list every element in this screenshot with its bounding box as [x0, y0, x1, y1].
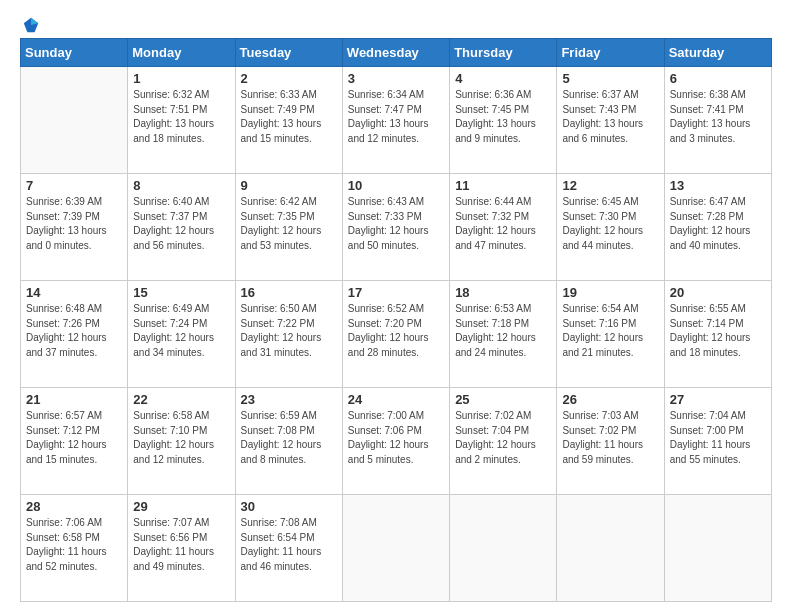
day-number: 24 [348, 392, 444, 407]
calendar-cell: 2Sunrise: 6:33 AM Sunset: 7:49 PM Daylig… [235, 67, 342, 174]
calendar-cell: 20Sunrise: 6:55 AM Sunset: 7:14 PM Dayli… [664, 281, 771, 388]
header [20, 16, 772, 30]
day-number: 23 [241, 392, 337, 407]
calendar-day-header: Friday [557, 39, 664, 67]
day-number: 19 [562, 285, 658, 300]
day-info: Sunrise: 6:53 AM Sunset: 7:18 PM Dayligh… [455, 302, 551, 360]
calendar-cell: 5Sunrise: 6:37 AM Sunset: 7:43 PM Daylig… [557, 67, 664, 174]
logo [20, 16, 40, 30]
day-number: 29 [133, 499, 229, 514]
calendar-day-header: Thursday [450, 39, 557, 67]
day-info: Sunrise: 6:43 AM Sunset: 7:33 PM Dayligh… [348, 195, 444, 253]
calendar-cell: 15Sunrise: 6:49 AM Sunset: 7:24 PM Dayli… [128, 281, 235, 388]
calendar-cell: 6Sunrise: 6:38 AM Sunset: 7:41 PM Daylig… [664, 67, 771, 174]
day-info: Sunrise: 7:04 AM Sunset: 7:00 PM Dayligh… [670, 409, 766, 467]
calendar-cell: 27Sunrise: 7:04 AM Sunset: 7:00 PM Dayli… [664, 388, 771, 495]
calendar-cell: 4Sunrise: 6:36 AM Sunset: 7:45 PM Daylig… [450, 67, 557, 174]
calendar-cell: 28Sunrise: 7:06 AM Sunset: 6:58 PM Dayli… [21, 495, 128, 602]
day-number: 8 [133, 178, 229, 193]
day-number: 28 [26, 499, 122, 514]
day-number: 22 [133, 392, 229, 407]
calendar-cell [664, 495, 771, 602]
day-info: Sunrise: 6:32 AM Sunset: 7:51 PM Dayligh… [133, 88, 229, 146]
day-number: 17 [348, 285, 444, 300]
calendar-cell [557, 495, 664, 602]
calendar-cell: 7Sunrise: 6:39 AM Sunset: 7:39 PM Daylig… [21, 174, 128, 281]
calendar-cell: 25Sunrise: 7:02 AM Sunset: 7:04 PM Dayli… [450, 388, 557, 495]
calendar-cell: 13Sunrise: 6:47 AM Sunset: 7:28 PM Dayli… [664, 174, 771, 281]
calendar-cell [342, 495, 449, 602]
day-number: 11 [455, 178, 551, 193]
calendar-cell: 10Sunrise: 6:43 AM Sunset: 7:33 PM Dayli… [342, 174, 449, 281]
day-number: 30 [241, 499, 337, 514]
calendar-cell: 3Sunrise: 6:34 AM Sunset: 7:47 PM Daylig… [342, 67, 449, 174]
day-info: Sunrise: 6:50 AM Sunset: 7:22 PM Dayligh… [241, 302, 337, 360]
day-info: Sunrise: 6:37 AM Sunset: 7:43 PM Dayligh… [562, 88, 658, 146]
day-info: Sunrise: 7:08 AM Sunset: 6:54 PM Dayligh… [241, 516, 337, 574]
calendar-cell: 16Sunrise: 6:50 AM Sunset: 7:22 PM Dayli… [235, 281, 342, 388]
day-info: Sunrise: 6:39 AM Sunset: 7:39 PM Dayligh… [26, 195, 122, 253]
calendar-cell: 23Sunrise: 6:59 AM Sunset: 7:08 PM Dayli… [235, 388, 342, 495]
day-info: Sunrise: 6:55 AM Sunset: 7:14 PM Dayligh… [670, 302, 766, 360]
day-info: Sunrise: 6:36 AM Sunset: 7:45 PM Dayligh… [455, 88, 551, 146]
logo-flag-icon [22, 16, 40, 34]
day-number: 4 [455, 71, 551, 86]
day-info: Sunrise: 7:06 AM Sunset: 6:58 PM Dayligh… [26, 516, 122, 574]
calendar-cell: 9Sunrise: 6:42 AM Sunset: 7:35 PM Daylig… [235, 174, 342, 281]
calendar-cell: 29Sunrise: 7:07 AM Sunset: 6:56 PM Dayli… [128, 495, 235, 602]
calendar-cell: 21Sunrise: 6:57 AM Sunset: 7:12 PM Dayli… [21, 388, 128, 495]
day-info: Sunrise: 6:34 AM Sunset: 7:47 PM Dayligh… [348, 88, 444, 146]
day-info: Sunrise: 6:58 AM Sunset: 7:10 PM Dayligh… [133, 409, 229, 467]
calendar-cell: 26Sunrise: 7:03 AM Sunset: 7:02 PM Dayli… [557, 388, 664, 495]
calendar-week-row: 21Sunrise: 6:57 AM Sunset: 7:12 PM Dayli… [21, 388, 772, 495]
day-number: 12 [562, 178, 658, 193]
day-number: 25 [455, 392, 551, 407]
day-info: Sunrise: 6:54 AM Sunset: 7:16 PM Dayligh… [562, 302, 658, 360]
calendar-day-header: Wednesday [342, 39, 449, 67]
day-number: 9 [241, 178, 337, 193]
day-number: 16 [241, 285, 337, 300]
calendar-cell: 8Sunrise: 6:40 AM Sunset: 7:37 PM Daylig… [128, 174, 235, 281]
day-info: Sunrise: 7:02 AM Sunset: 7:04 PM Dayligh… [455, 409, 551, 467]
day-info: Sunrise: 6:49 AM Sunset: 7:24 PM Dayligh… [133, 302, 229, 360]
day-number: 13 [670, 178, 766, 193]
day-info: Sunrise: 6:57 AM Sunset: 7:12 PM Dayligh… [26, 409, 122, 467]
calendar-header-row: SundayMondayTuesdayWednesdayThursdayFrid… [21, 39, 772, 67]
day-number: 5 [562, 71, 658, 86]
day-number: 20 [670, 285, 766, 300]
calendar-day-header: Saturday [664, 39, 771, 67]
calendar-day-header: Sunday [21, 39, 128, 67]
day-number: 14 [26, 285, 122, 300]
day-info: Sunrise: 6:44 AM Sunset: 7:32 PM Dayligh… [455, 195, 551, 253]
calendar-cell: 19Sunrise: 6:54 AM Sunset: 7:16 PM Dayli… [557, 281, 664, 388]
day-info: Sunrise: 7:07 AM Sunset: 6:56 PM Dayligh… [133, 516, 229, 574]
calendar-week-row: 7Sunrise: 6:39 AM Sunset: 7:39 PM Daylig… [21, 174, 772, 281]
day-number: 10 [348, 178, 444, 193]
calendar-week-row: 1Sunrise: 6:32 AM Sunset: 7:51 PM Daylig… [21, 67, 772, 174]
day-number: 3 [348, 71, 444, 86]
day-number: 6 [670, 71, 766, 86]
calendar-cell: 12Sunrise: 6:45 AM Sunset: 7:30 PM Dayli… [557, 174, 664, 281]
day-info: Sunrise: 6:59 AM Sunset: 7:08 PM Dayligh… [241, 409, 337, 467]
day-info: Sunrise: 6:42 AM Sunset: 7:35 PM Dayligh… [241, 195, 337, 253]
day-info: Sunrise: 7:00 AM Sunset: 7:06 PM Dayligh… [348, 409, 444, 467]
calendar-day-header: Tuesday [235, 39, 342, 67]
calendar-cell: 11Sunrise: 6:44 AM Sunset: 7:32 PM Dayli… [450, 174, 557, 281]
calendar-cell [21, 67, 128, 174]
calendar-table: SundayMondayTuesdayWednesdayThursdayFrid… [20, 38, 772, 602]
calendar-cell: 22Sunrise: 6:58 AM Sunset: 7:10 PM Dayli… [128, 388, 235, 495]
day-number: 21 [26, 392, 122, 407]
page: SundayMondayTuesdayWednesdayThursdayFrid… [0, 0, 792, 612]
calendar-week-row: 14Sunrise: 6:48 AM Sunset: 7:26 PM Dayli… [21, 281, 772, 388]
day-info: Sunrise: 6:48 AM Sunset: 7:26 PM Dayligh… [26, 302, 122, 360]
day-number: 7 [26, 178, 122, 193]
day-number: 26 [562, 392, 658, 407]
day-info: Sunrise: 6:52 AM Sunset: 7:20 PM Dayligh… [348, 302, 444, 360]
calendar-cell: 24Sunrise: 7:00 AM Sunset: 7:06 PM Dayli… [342, 388, 449, 495]
day-info: Sunrise: 6:33 AM Sunset: 7:49 PM Dayligh… [241, 88, 337, 146]
calendar-cell: 17Sunrise: 6:52 AM Sunset: 7:20 PM Dayli… [342, 281, 449, 388]
calendar-cell: 14Sunrise: 6:48 AM Sunset: 7:26 PM Dayli… [21, 281, 128, 388]
calendar-cell: 18Sunrise: 6:53 AM Sunset: 7:18 PM Dayli… [450, 281, 557, 388]
day-info: Sunrise: 6:38 AM Sunset: 7:41 PM Dayligh… [670, 88, 766, 146]
calendar-week-row: 28Sunrise: 7:06 AM Sunset: 6:58 PM Dayli… [21, 495, 772, 602]
